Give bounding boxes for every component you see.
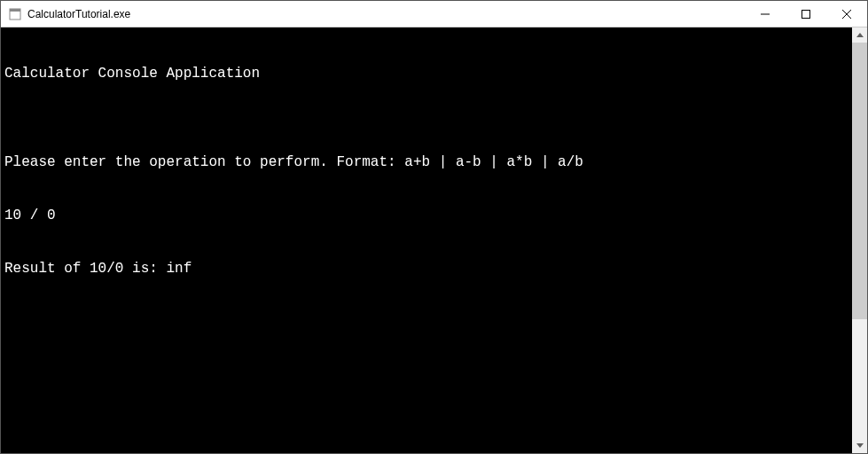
- minimize-button[interactable]: [745, 1, 786, 27]
- console-line: Calculator Console Application: [4, 65, 848, 82]
- window-title: CalculatorTutorial.exe: [27, 8, 130, 20]
- titlebar: CalculatorTutorial.exe: [1, 1, 867, 27]
- svg-rect-1: [10, 9, 20, 12]
- scroll-down-arrow-icon[interactable]: [852, 438, 867, 453]
- app-icon: [8, 7, 22, 21]
- console-area: Calculator Console Application Please en…: [1, 27, 867, 453]
- scroll-thumb[interactable]: [852, 43, 867, 319]
- console-line: Please enter the operation to perform. F…: [4, 153, 848, 171]
- vertical-scrollbar[interactable]: [852, 27, 867, 453]
- console-line: 10 / 0: [4, 207, 848, 224]
- scroll-track[interactable]: [852, 43, 867, 438]
- console-line: Result of 10/0 is: inf: [4, 260, 848, 278]
- close-button[interactable]: [826, 1, 867, 27]
- console-output[interactable]: Calculator Console Application Please en…: [1, 27, 852, 453]
- maximize-button[interactable]: [786, 1, 826, 27]
- svg-rect-3: [802, 10, 810, 18]
- window-controls: [745, 1, 867, 27]
- scroll-up-arrow-icon[interactable]: [852, 27, 867, 43]
